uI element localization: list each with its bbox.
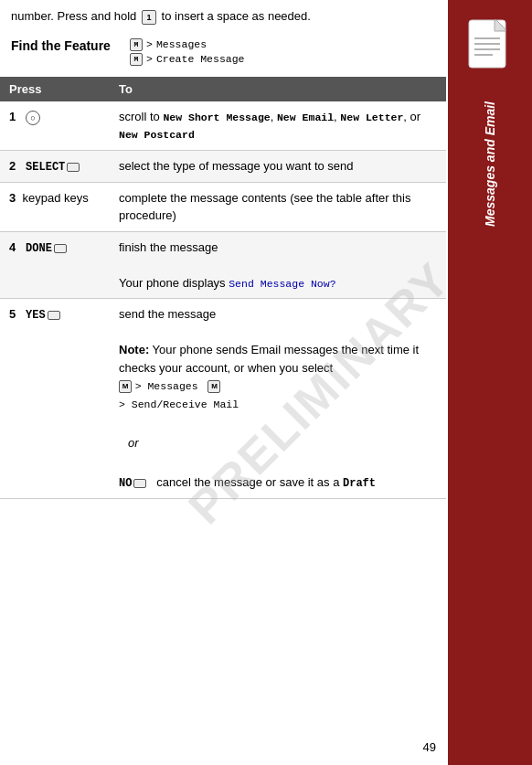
menu-icon-2: M	[130, 53, 143, 66]
table-cell-to-5: send the message Note: Your phone sends …	[110, 299, 446, 499]
table-cell-to-3: complete the message contents (see the t…	[110, 182, 446, 231]
table-header-press: Press	[0, 77, 110, 101]
instruction-table: Press To 1 ○ scroll to New Short Message…	[0, 77, 446, 499]
send-message-now-text: Send Message Now?	[229, 278, 335, 290]
table-row: 2 SELECT select the type of message you …	[0, 150, 446, 182]
right-sidebar: Messages and Email	[448, 0, 532, 765]
note-path-send-receive: > Send/Receive Mail	[119, 398, 239, 410]
page-number: 49	[423, 740, 436, 754]
page-container: number. Press and hold 1 to insert a spa…	[0, 0, 532, 765]
table-cell-press-1: 1 ○	[0, 101, 110, 151]
intro-text: number. Press and hold 1 to insert a spa…	[0, 0, 448, 33]
feature-label: Find the Feature	[11, 38, 130, 68]
table-cell-to-2: select the type of message you want to s…	[110, 150, 446, 182]
note-label: Note:	[119, 343, 149, 356]
softkey-icon-select	[67, 163, 80, 172]
key-icon-inline: 1	[142, 10, 156, 25]
circle-key-1: ○	[26, 111, 40, 125]
table-row: 4 DONE finish the message Your phone dis…	[0, 231, 446, 299]
softkey-icon-done	[54, 244, 67, 253]
table-cell-press-2: 2 SELECT	[0, 150, 110, 182]
feature-arrow-2: >	[146, 53, 153, 65]
feature-path-item-1: M > Messages	[130, 38, 245, 51]
intro-text-before: number. Press and hold	[11, 9, 136, 23]
feature-path: M > Messages M > Create Message	[130, 38, 245, 68]
table-cell-press-4: 4 DONE	[0, 231, 110, 299]
feature-path-item-2: M > Create Message	[130, 53, 245, 66]
table-row: 1 ○ scroll to New Short Message, New Ema…	[0, 101, 446, 151]
table-cell-press-3: 3 keypad keys	[0, 182, 110, 231]
table-cell-press-5: 5 YES	[0, 299, 110, 499]
or-divider: or	[119, 430, 437, 456]
menu-icon-note: M	[119, 380, 132, 393]
yes-key: YES	[26, 307, 60, 324]
done-key: DONE	[26, 240, 67, 257]
main-content: number. Press and hold 1 to insert a spa…	[0, 0, 448, 765]
sidebar-title: Messages and Email	[483, 101, 497, 227]
table-header-to: To	[110, 77, 446, 101]
document-icon	[465, 18, 516, 78]
select-key: SELECT	[26, 159, 80, 175]
feature-arrow-1: >	[146, 38, 153, 50]
table-cell-to-4: finish the message Your phone displays S…	[110, 231, 446, 299]
softkey-icon-no	[133, 479, 146, 488]
feature-path-text-2: Create Message	[156, 53, 245, 65]
no-key: NO	[119, 475, 146, 492]
menu-icon-note2: M	[207, 380, 220, 393]
softkey-icon-yes	[48, 311, 60, 320]
feature-path-text-1: Messages	[156, 38, 207, 50]
menu-icon-1: M	[130, 38, 143, 51]
table-row: 3 keypad keys complete the message conte…	[0, 182, 446, 231]
find-the-feature-section: Find the Feature M > Messages M > Create…	[0, 33, 448, 73]
table-row: 5 YES send the message Note: Your phone …	[0, 299, 446, 499]
table-cell-to-1: scroll to New Short Message, New Email, …	[110, 101, 446, 151]
intro-text-after: to insert a space as needed.	[162, 9, 311, 23]
note-path-messages: > Messages	[135, 380, 198, 392]
